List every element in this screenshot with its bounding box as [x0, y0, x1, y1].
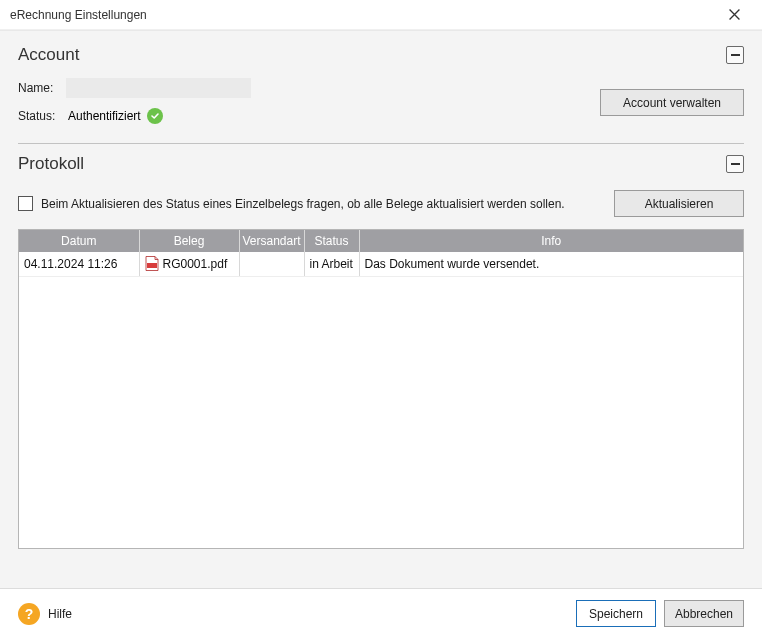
protokoll-collapse-button[interactable] — [726, 155, 744, 173]
protokoll-table: Datum Beleg Versandart Status Info 04.11… — [19, 230, 743, 277]
refresh-button[interactable]: Aktualisieren — [614, 190, 744, 217]
cell-beleg-text: RG0001.pdf — [163, 257, 228, 271]
protokoll-grid[interactable]: Datum Beleg Versandart Status Info 04.11… — [18, 229, 744, 549]
account-collapse-button[interactable] — [726, 46, 744, 64]
minus-icon — [731, 54, 740, 56]
account-fields: Name: Status: Authentifiziert — [18, 77, 600, 127]
minus-icon — [731, 163, 740, 165]
col-header-status[interactable]: Status — [304, 230, 359, 252]
account-name-value — [66, 78, 251, 98]
account-status-value: Authentifiziert — [68, 109, 141, 123]
col-header-beleg[interactable]: Beleg — [139, 230, 239, 252]
table-row[interactable]: 04.11.2024 11:26 RG0001.pdf in Arbeit Da… — [19, 252, 743, 276]
cell-info: Das Dokument wurde versendet. — [359, 252, 743, 276]
close-button[interactable] — [714, 1, 754, 29]
footer-buttons: Speichern Abbrechen — [576, 600, 744, 627]
col-header-versandart[interactable]: Versandart — [239, 230, 304, 252]
account-name-row: Name: — [18, 77, 600, 99]
account-body: Name: Status: Authentifiziert Account ve… — [18, 77, 744, 127]
cancel-button[interactable]: Abbrechen — [664, 600, 744, 627]
protokoll-options-row: Beim Aktualisieren des Status eines Einz… — [18, 190, 744, 217]
cell-beleg: RG0001.pdf — [139, 252, 239, 276]
protokoll-section-title: Protokoll — [18, 154, 726, 174]
help-label[interactable]: Hilfe — [48, 607, 576, 621]
account-status-row: Status: Authentifiziert — [18, 105, 600, 127]
status-ok-icon — [147, 108, 163, 124]
account-section-title: Account — [18, 45, 726, 65]
cell-status: in Arbeit — [304, 252, 359, 276]
svg-rect-0 — [147, 263, 157, 268]
footer: ? Hilfe Speichern Abbrechen — [0, 588, 762, 638]
section-divider — [18, 143, 744, 144]
account-section-header: Account — [18, 45, 744, 65]
col-header-info[interactable]: Info — [359, 230, 743, 252]
ask-update-all-checkbox[interactable] — [18, 196, 33, 211]
cell-versandart — [239, 252, 304, 276]
titlebar: eRechnung Einstellungen — [0, 0, 762, 30]
help-icon[interactable]: ? — [18, 603, 40, 625]
manage-account-button[interactable]: Account verwalten — [600, 89, 744, 116]
ask-update-all-label: Beim Aktualisieren des Status eines Einz… — [41, 197, 606, 211]
account-status-label: Status: — [18, 109, 66, 123]
protokoll-section-header: Protokoll — [18, 154, 744, 174]
col-header-datum[interactable]: Datum — [19, 230, 139, 252]
save-button[interactable]: Speichern — [576, 600, 656, 627]
cell-datum: 04.11.2024 11:26 — [19, 252, 139, 276]
table-header-row: Datum Beleg Versandart Status Info — [19, 230, 743, 252]
window-title: eRechnung Einstellungen — [10, 8, 714, 22]
content-area: Account Name: Status: Authentifiziert Ac… — [0, 30, 762, 588]
pdf-icon — [145, 256, 159, 271]
close-icon — [729, 9, 740, 20]
account-actions: Account verwalten — [600, 77, 744, 127]
account-name-label: Name: — [18, 81, 66, 95]
